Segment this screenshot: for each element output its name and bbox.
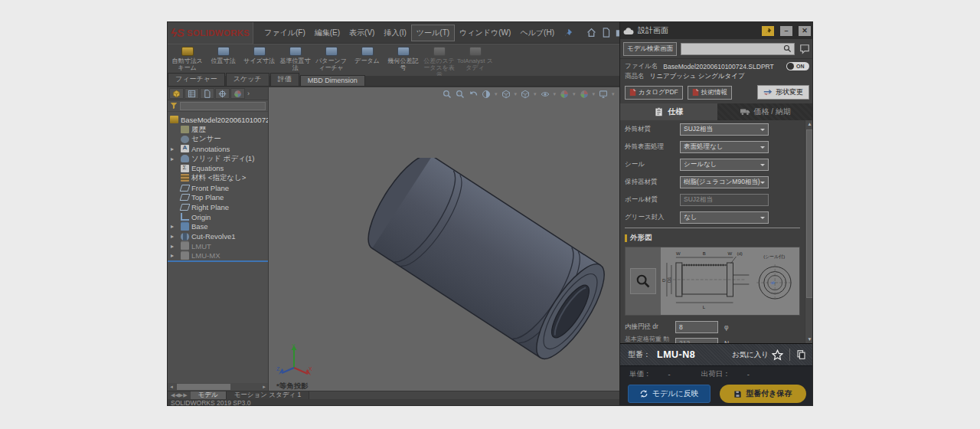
tree-item[interactable]: Equations bbox=[168, 163, 268, 173]
tree-item[interactable]: Cut-Revolve1 bbox=[168, 231, 268, 241]
scroll-up-icon[interactable]: ▲ bbox=[805, 120, 813, 128]
tree-item[interactable]: Origin bbox=[168, 212, 268, 222]
dropdown-arrow-icon[interactable]: ▾ bbox=[514, 91, 518, 97]
menu-item[interactable]: ファイル(F) bbox=[260, 25, 310, 41]
document-tab[interactable]: モーション スタディ 1 bbox=[227, 391, 310, 399]
tree-item[interactable]: 材料 <指定なし> bbox=[168, 173, 268, 183]
tab-propertymanager[interactable] bbox=[185, 88, 199, 99]
quick-tool-button[interactable] bbox=[599, 26, 612, 39]
rollback-bar[interactable] bbox=[168, 260, 268, 262]
command-tab[interactable]: スケッチ bbox=[226, 73, 270, 86]
view-tool-button[interactable] bbox=[559, 89, 570, 100]
ribbon-button[interactable]: パターンフィーチャ bbox=[313, 44, 349, 76]
ribbon-button[interactable]: 公差のステータスを表示 bbox=[421, 44, 457, 76]
view-tool-button[interactable] bbox=[598, 89, 609, 100]
tab-price-delivery[interactable]: 価格 / 納期 bbox=[717, 103, 814, 120]
dropdown-arrow-icon[interactable]: ▾ bbox=[495, 91, 498, 97]
tree-item[interactable]: センサー bbox=[168, 134, 268, 144]
ribbon-button[interactable]: 基準位置寸法 bbox=[277, 44, 313, 76]
dropdown-arrow-icon[interactable]: ▾ bbox=[554, 91, 557, 97]
diagram-zoom-button[interactable] bbox=[630, 268, 656, 294]
comment-icon[interactable] bbox=[799, 44, 811, 54]
search-icon[interactable] bbox=[783, 44, 792, 53]
apply-to-model-button[interactable]: モデルに反映 bbox=[628, 385, 710, 403]
tree-item[interactable]: Annotations bbox=[168, 144, 268, 154]
menu-item[interactable]: ヘルプ(H) bbox=[515, 25, 559, 41]
scroll-down-icon[interactable]: ▼ bbox=[805, 336, 813, 343]
view-tool-button[interactable] bbox=[468, 89, 479, 100]
panel-close-button[interactable]: ✕ bbox=[799, 26, 811, 36]
tree-item[interactable]: Right Plane bbox=[168, 202, 268, 212]
tab-nav-buttons[interactable]: ◀◀▶▶ bbox=[168, 392, 191, 398]
tab-displaymanager[interactable] bbox=[230, 88, 245, 99]
view-tool-button[interactable] bbox=[481, 89, 492, 100]
search-input[interactable] bbox=[681, 44, 783, 54]
tree-item[interactable]: Front Plane bbox=[168, 183, 268, 193]
more-tabs-chevron-icon[interactable]: › bbox=[247, 90, 250, 97]
form-select[interactable]: SUJ2相当 bbox=[680, 123, 769, 136]
favorite-button[interactable]: お気に入り bbox=[732, 349, 783, 361]
form-select[interactable]: シールなし bbox=[680, 159, 769, 171]
tab-configurationmanager[interactable] bbox=[200, 88, 214, 99]
tree-horizontal-scrollbar[interactable]: ◂ ▸ bbox=[168, 383, 268, 391]
view-tool-button[interactable] bbox=[455, 89, 466, 100]
menu-item[interactable]: ウィンドウ(W) bbox=[455, 25, 515, 41]
dropdown-arrow-icon[interactable]: ▾ bbox=[593, 91, 596, 97]
tree-filter-input[interactable] bbox=[180, 102, 266, 110]
3d-model-linear-bushing[interactable] bbox=[367, 158, 615, 362]
form-select[interactable]: なし bbox=[680, 211, 769, 224]
shape-change-button[interactable]: 形状変更 bbox=[757, 85, 809, 100]
model-search-button[interactable]: モデル検索画面 bbox=[623, 42, 677, 56]
tab-spec[interactable]: 仕様 bbox=[620, 103, 717, 120]
view-tool-button[interactable] bbox=[579, 89, 590, 100]
view-tool-button[interactable] bbox=[520, 89, 531, 100]
form-select[interactable]: 樹脂(ジュラコンM90相当) bbox=[680, 176, 769, 188]
dropdown-arrow-icon[interactable]: ▾ bbox=[534, 91, 537, 97]
command-tab[interactable]: フィーチャー bbox=[168, 73, 225, 86]
scroll-left-icon[interactable]: ◂ bbox=[168, 384, 175, 390]
ribbon-button[interactable]: 自動寸法スキーム bbox=[169, 44, 205, 76]
panel-pin-button[interactable] bbox=[762, 26, 774, 36]
form-select[interactable]: SUJ2相当 bbox=[680, 194, 769, 206]
tech-info-button[interactable]: 技術情報 bbox=[688, 86, 732, 100]
menu-item[interactable]: ツール(T) bbox=[411, 25, 455, 41]
on-toggle[interactable]: ON bbox=[786, 62, 809, 70]
ribbon-button[interactable]: サイズ寸法 bbox=[241, 44, 277, 76]
view-tool-button[interactable] bbox=[540, 89, 550, 100]
quick-tool-button[interactable] bbox=[585, 26, 598, 39]
tab-dimxpertmanager[interactable] bbox=[215, 88, 230, 99]
graphics-viewport[interactable]: ▾▾▾▾▾▾▾ bbox=[269, 87, 619, 391]
dropdown-arrow-icon[interactable]: ▾ bbox=[573, 91, 576, 97]
scrollbar-thumb[interactable] bbox=[806, 129, 813, 298]
copy-icon[interactable] bbox=[796, 349, 806, 360]
menu-item[interactable]: 表示(V) bbox=[345, 25, 379, 41]
tree-item[interactable]: LMUT bbox=[168, 241, 268, 251]
view-tool-button[interactable] bbox=[442, 89, 452, 100]
scrollbar-thumb[interactable] bbox=[177, 384, 230, 390]
pin-menu-icon[interactable] bbox=[564, 28, 573, 38]
command-tab[interactable]: MBD Dimension bbox=[300, 75, 365, 86]
tree-item[interactable]: ソリッド ボディ(1) bbox=[168, 154, 268, 164]
tab-featuremanager[interactable] bbox=[169, 88, 184, 99]
ribbon-button[interactable]: 位置寸法 bbox=[205, 44, 241, 76]
dropdown-arrow-icon[interactable]: ▾ bbox=[612, 91, 615, 97]
catalog-pdf-button[interactable]: カタログPDF bbox=[625, 86, 683, 100]
load-rating-value[interactable]: 212 bbox=[675, 338, 718, 343]
tree-item[interactable]: Top Plane bbox=[168, 193, 268, 203]
menu-item[interactable]: 編集(E) bbox=[310, 25, 345, 41]
form-select[interactable]: 表面処理なし bbox=[680, 141, 769, 153]
panel-minimize-button[interactable]: – bbox=[780, 26, 792, 36]
tree-item[interactable]: Base bbox=[168, 222, 268, 232]
tree-item[interactable]: LMU-MX bbox=[168, 251, 268, 261]
ribbon-button[interactable]: TolAnalyst スタディ bbox=[457, 44, 493, 76]
tree-item[interactable]: 履歴 bbox=[168, 125, 268, 135]
tree-root-item[interactable]: BaseModel20200610100724 (Default<< bbox=[168, 115, 268, 125]
view-tool-button[interactable] bbox=[501, 89, 511, 100]
menu-item[interactable]: 挿入(I) bbox=[379, 25, 410, 41]
ribbon-button[interactable]: 幾何公差記号 bbox=[385, 44, 421, 76]
scroll-right-icon[interactable]: ▸ bbox=[260, 384, 268, 390]
form-vertical-scrollbar[interactable]: ▲ ▼ bbox=[805, 120, 813, 343]
document-tab[interactable]: モデル bbox=[191, 391, 227, 399]
save-with-model-number-button[interactable]: 型番付き保存 bbox=[720, 385, 806, 403]
ribbon-button[interactable]: データム bbox=[349, 44, 385, 76]
